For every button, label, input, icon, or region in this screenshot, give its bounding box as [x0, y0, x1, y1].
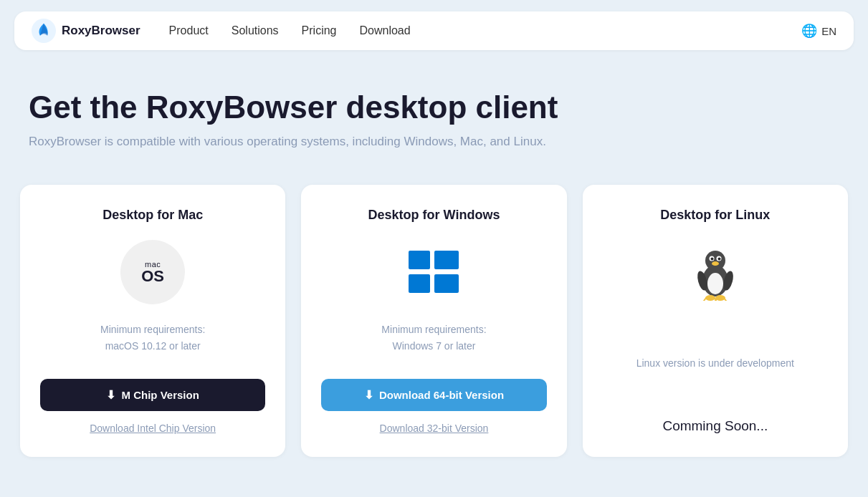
svg-point-6	[710, 258, 713, 261]
nav-links: Product Solutions Pricing Download	[169, 20, 802, 42]
hero-section: Get the RoxyBowser desktop client RoxyBr…	[0, 62, 868, 163]
windows-card: Desktop for Windows Minimum requirements…	[301, 185, 566, 457]
navbar: RoxyBrowser Product Solutions Pricing Do…	[14, 11, 854, 50]
linux-dev-notice: Linux version is under development	[636, 322, 794, 404]
windows-primary-button[interactable]: ⬇ Download 64-bit Version	[321, 379, 546, 411]
tux-penguin-icon	[687, 243, 744, 301]
win-tile-br	[434, 274, 459, 293]
linux-coming-soon: Comming Soon...	[662, 418, 768, 434]
mac-primary-button[interactable]: ⬇ M Chip Version	[40, 379, 265, 411]
linux-card: Desktop for Linux	[583, 185, 848, 457]
brand-name: RoxyBrowser	[62, 24, 140, 38]
svg-point-3	[705, 251, 725, 271]
logo-icon	[32, 19, 56, 43]
globe-icon: 🌐	[801, 23, 817, 39]
download-icon: ⬇	[106, 388, 115, 402]
hero-title: Get the RoxyBowser desktop client	[29, 90, 839, 125]
windows-logo-icon	[409, 251, 459, 294]
nav-download[interactable]: Download	[359, 20, 410, 42]
mac-os-icon: mac OS	[120, 240, 185, 304]
nav-product[interactable]: Product	[169, 20, 209, 42]
language-selector[interactable]: 🌐 EN	[801, 23, 836, 39]
svg-line-18	[724, 298, 726, 301]
win-tile-bl	[409, 274, 430, 293]
svg-point-7	[717, 258, 720, 261]
win-tile-tr	[434, 251, 459, 269]
mac-requirements: Minimum requirements: macOS 10.12 or lat…	[100, 322, 205, 362]
brand-logo[interactable]: RoxyBrowser	[32, 19, 140, 43]
svg-point-2	[707, 273, 723, 294]
windows-icon-container	[401, 240, 466, 304]
linux-icon-container	[683, 240, 748, 304]
windows-card-title: Desktop for Windows	[368, 208, 500, 223]
linux-card-title: Desktop for Linux	[660, 208, 770, 223]
mac-secondary-link[interactable]: Download Intel Chip Version	[90, 423, 216, 434]
download-cards: Desktop for Mac mac OS Minimum requireme…	[0, 163, 868, 457]
windows-requirements: Minimum requirements: Windows 7 or later	[381, 322, 486, 362]
nav-pricing[interactable]: Pricing	[302, 20, 337, 42]
windows-secondary-link[interactable]: Download 32-bit Version	[380, 423, 489, 434]
mac-card: Desktop for Mac mac OS Minimum requireme…	[20, 185, 285, 457]
mac-card-title: Desktop for Mac	[102, 208, 203, 223]
macos-label-large: OS	[141, 269, 164, 284]
svg-line-13	[704, 298, 706, 301]
hero-subtitle: RoxyBrowser is compatible with various o…	[29, 135, 839, 149]
language-label: EN	[821, 25, 836, 37]
win-tile-tl	[409, 251, 430, 269]
download-icon-win: ⬇	[364, 388, 373, 402]
svg-point-8	[712, 261, 719, 266]
nav-solutions[interactable]: Solutions	[232, 20, 279, 42]
